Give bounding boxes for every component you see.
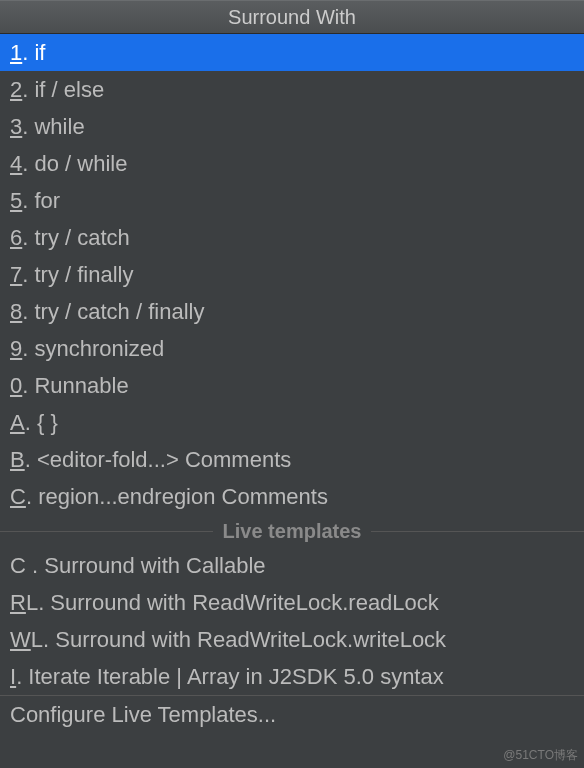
live-template-item[interactable]: C . Surround with Callable (0, 547, 584, 584)
item-prefix: . (22, 40, 34, 66)
surround-item[interactable]: B. <editor-fold...> Comments (0, 441, 584, 478)
item-label: try / catch (34, 225, 129, 251)
live-template-item[interactable]: WL. Surround with ReadWriteLock.writeLoc… (0, 621, 584, 658)
item-prefix: . (26, 484, 38, 510)
surround-item[interactable]: 5. for (0, 182, 584, 219)
surround-item[interactable]: 3. while (0, 108, 584, 145)
live-templates-list: C . Surround with CallableRL. Surround w… (0, 547, 584, 695)
item-label: <editor-fold...> Comments (37, 447, 291, 473)
item-prefix: . (22, 336, 34, 362)
surround-item[interactable]: A. { } (0, 404, 584, 441)
item-prefix: . (22, 77, 34, 103)
watermark: @51CTO博客 (503, 747, 578, 764)
item-mnemonic: 5 (10, 188, 22, 214)
live-template-item[interactable]: RL. Surround with ReadWriteLock.readLock (0, 584, 584, 621)
item-mnemonic: A (10, 410, 25, 436)
item-prefix: . (22, 151, 34, 177)
item-mnemonic: 8 (10, 299, 22, 325)
surround-item[interactable]: 0. Runnable (0, 367, 584, 404)
surround-item[interactable]: 9. synchronized (0, 330, 584, 367)
item-prefix: . (22, 188, 34, 214)
item-label: Runnable (34, 373, 128, 399)
live-template-item[interactable]: I. Iterate Iterable | Array in J2SDK 5.0… (0, 658, 584, 695)
item-mnemonic: W (10, 627, 31, 653)
item-prefix: L. (31, 627, 55, 653)
item-mnemonic: 4 (10, 151, 22, 177)
item-mnemonic: 9 (10, 336, 22, 362)
item-label: try / catch / finally (34, 299, 204, 325)
item-prefix: . (22, 262, 34, 288)
item-prefix: . (22, 299, 34, 325)
item-prefix: . (16, 664, 28, 690)
surround-item[interactable]: 2. if / else (0, 71, 584, 108)
item-mnemonic: 3 (10, 114, 22, 140)
item-label: do / while (34, 151, 127, 177)
item-prefix: C . (10, 553, 44, 579)
item-label: while (34, 114, 84, 140)
item-label: region...endregion Comments (38, 484, 328, 510)
surround-item[interactable]: 4. do / while (0, 145, 584, 182)
item-label: Surround with ReadWriteLock.readLock (50, 590, 438, 616)
item-prefix: . (22, 225, 34, 251)
item-mnemonic: 2 (10, 77, 22, 103)
item-prefix: . (22, 114, 34, 140)
item-label: { } (37, 410, 58, 436)
configure-live-templates-link[interactable]: Configure Live Templates... (0, 695, 584, 733)
item-label: if / else (34, 77, 104, 103)
surround-item[interactable]: 8. try / catch / finally (0, 293, 584, 330)
footer-label: Configure Live Templates... (10, 702, 276, 728)
title-bar: Surround With (0, 0, 584, 34)
item-label: try / finally (34, 262, 133, 288)
item-prefix: L. (26, 590, 50, 616)
separator-label: Live templates (223, 520, 362, 543)
item-label: Iterate Iterable | Array in J2SDK 5.0 sy… (28, 664, 443, 690)
item-mnemonic: 0 (10, 373, 22, 399)
item-label: for (34, 188, 60, 214)
separator-line (0, 531, 213, 532)
item-mnemonic: C (10, 484, 26, 510)
item-prefix: . (25, 447, 37, 473)
item-mnemonic: 7 (10, 262, 22, 288)
item-label: synchronized (34, 336, 164, 362)
item-mnemonic: 1 (10, 40, 22, 66)
item-label: if (34, 40, 45, 66)
item-label: Surround with Callable (44, 553, 265, 579)
popup-title: Surround With (228, 6, 356, 29)
item-prefix: . (25, 410, 37, 436)
surround-with-popup: 1. if2. if / else3. while4. do / while5.… (0, 34, 584, 733)
surround-item[interactable]: 1. if (0, 34, 584, 71)
item-mnemonic: B (10, 447, 25, 473)
surround-item[interactable]: C. region...endregion Comments (0, 478, 584, 515)
main-items-list: 1. if2. if / else3. while4. do / while5.… (0, 34, 584, 515)
separator-line (371, 531, 584, 532)
item-mnemonic: 6 (10, 225, 22, 251)
item-label: Surround with ReadWriteLock.writeLock (55, 627, 446, 653)
item-prefix: . (22, 373, 34, 399)
live-templates-separator: Live templates (0, 515, 584, 547)
surround-item[interactable]: 7. try / finally (0, 256, 584, 293)
item-mnemonic: R (10, 590, 26, 616)
surround-item[interactable]: 6. try / catch (0, 219, 584, 256)
